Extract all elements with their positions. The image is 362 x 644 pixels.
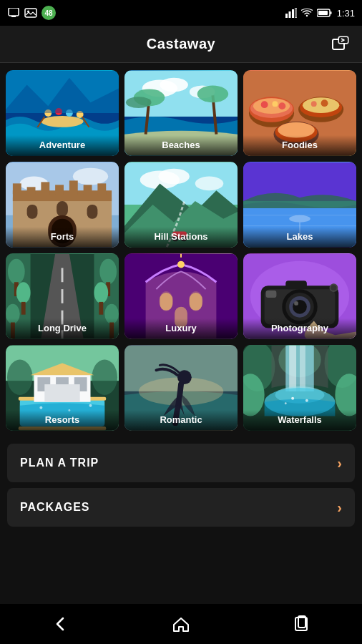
svg-point-81 xyxy=(289,215,310,223)
grid-item-photography-label: Photography xyxy=(243,318,356,339)
svg-point-142 xyxy=(177,370,192,384)
svg-rect-1 xyxy=(11,16,16,17)
svg-point-42 xyxy=(298,97,343,122)
status-right: 1:31 xyxy=(285,8,355,19)
grid-item-foodies-label: Foodies xyxy=(243,135,356,156)
svg-point-25 xyxy=(142,80,177,97)
grid-item-hillstations-label: Hill Stations xyxy=(124,227,238,248)
phone-icon xyxy=(7,8,20,18)
svg-point-145 xyxy=(325,345,356,388)
svg-point-115 xyxy=(285,293,314,321)
svg-rect-10 xyxy=(330,11,331,14)
svg-rect-89 xyxy=(21,302,26,315)
svg-rect-124 xyxy=(6,346,119,381)
svg-point-152 xyxy=(291,397,294,400)
grid-item-resorts[interactable]: Resorts xyxy=(6,345,119,431)
svg-point-150 xyxy=(275,386,324,404)
svg-point-43 xyxy=(300,97,342,117)
grid-item-forts[interactable]: Forts xyxy=(6,162,119,248)
svg-point-144 xyxy=(243,345,275,391)
svg-point-52 xyxy=(20,177,49,191)
svg-point-39 xyxy=(261,101,268,108)
svg-point-122 xyxy=(331,285,336,291)
status-bar: 48 1:31 xyxy=(0,0,362,26)
nav-bar xyxy=(0,604,362,644)
svg-point-72 xyxy=(195,177,224,191)
svg-rect-104 xyxy=(190,293,202,311)
share-button[interactable] xyxy=(329,33,352,56)
svg-point-121 xyxy=(329,283,338,292)
category-grid: Adventure Beaches xyxy=(0,63,362,435)
svg-point-86 xyxy=(8,259,25,285)
wifi-icon xyxy=(301,8,313,18)
grid-item-lakes-label: Lakes xyxy=(243,227,356,248)
svg-point-26 xyxy=(160,78,188,92)
svg-rect-55 xyxy=(13,190,112,201)
svg-point-107 xyxy=(189,291,203,311)
svg-point-40 xyxy=(272,101,278,107)
svg-point-30 xyxy=(134,89,165,106)
grid-item-romantic[interactable]: Romantic xyxy=(124,345,238,431)
svg-point-44 xyxy=(303,97,339,113)
grid-item-waterfalls[interactable]: Waterfalls xyxy=(243,345,356,431)
svg-point-141 xyxy=(139,377,224,406)
grid-item-forts-label: Forts xyxy=(6,227,119,248)
svg-rect-87 xyxy=(14,282,19,296)
svg-rect-4 xyxy=(285,14,288,18)
svg-rect-58 xyxy=(41,182,49,194)
svg-point-135 xyxy=(39,406,42,409)
packages-button[interactable]: PACKAGES › xyxy=(7,488,355,527)
svg-rect-0 xyxy=(9,8,19,16)
svg-point-36 xyxy=(249,97,294,122)
grid-item-adventure[interactable]: Adventure xyxy=(6,70,119,156)
grid-item-lakes[interactable]: Lakes xyxy=(243,162,356,248)
app-title: Castaway xyxy=(147,36,215,52)
plan-a-trip-label: PLAN A TRIP xyxy=(20,457,99,469)
svg-rect-119 xyxy=(285,280,307,289)
svg-rect-77 xyxy=(243,162,356,201)
svg-rect-24 xyxy=(124,71,238,120)
grid-item-romantic-label: Romantic xyxy=(124,410,238,431)
signal-icon xyxy=(285,8,297,18)
svg-rect-69 xyxy=(124,162,238,205)
home-button[interactable] xyxy=(170,613,192,635)
grid-item-hillstations[interactable]: Hill Stations xyxy=(124,162,238,248)
grid-item-adventure-label: Adventure xyxy=(6,135,119,156)
app-header: Castaway xyxy=(0,26,362,63)
share-icon xyxy=(331,35,350,54)
svg-point-137 xyxy=(89,404,92,407)
back-button[interactable] xyxy=(49,613,71,635)
svg-point-146 xyxy=(278,345,321,377)
svg-rect-64 xyxy=(57,201,68,217)
svg-point-88 xyxy=(16,282,31,303)
grid-item-luxury[interactable]: Luxury xyxy=(124,253,238,339)
svg-point-41 xyxy=(278,102,285,109)
svg-point-94 xyxy=(94,282,108,303)
svg-point-53 xyxy=(73,168,108,185)
svg-point-116 xyxy=(289,296,310,318)
grid-item-foodies[interactable]: Foodies xyxy=(243,70,356,156)
svg-rect-6 xyxy=(292,9,294,18)
plan-a-trip-button[interactable]: PLAN A TRIP › xyxy=(7,444,355,482)
svg-point-17 xyxy=(44,109,52,117)
svg-rect-51 xyxy=(6,162,119,215)
svg-point-18 xyxy=(55,108,62,115)
svg-rect-130 xyxy=(34,374,91,402)
grid-item-photography[interactable]: Photography xyxy=(243,253,356,339)
svg-point-45 xyxy=(311,101,317,107)
svg-rect-133 xyxy=(74,377,87,391)
svg-line-29 xyxy=(146,99,150,134)
svg-rect-134 xyxy=(44,384,79,402)
grid-item-beaches[interactable]: Beaches xyxy=(124,70,238,156)
svg-rect-65 xyxy=(87,205,98,219)
recents-button[interactable] xyxy=(291,613,313,635)
svg-rect-128 xyxy=(19,397,106,401)
svg-point-92 xyxy=(99,259,117,285)
home-icon xyxy=(171,614,191,634)
grid-item-longdrive[interactable]: Long Drive xyxy=(6,253,119,339)
svg-rect-62 xyxy=(97,183,106,194)
grid-item-luxury-label: Luxury xyxy=(124,318,238,339)
grid-item-resorts-label: Resorts xyxy=(6,410,119,431)
svg-point-27 xyxy=(190,85,215,98)
svg-point-37 xyxy=(250,98,293,118)
